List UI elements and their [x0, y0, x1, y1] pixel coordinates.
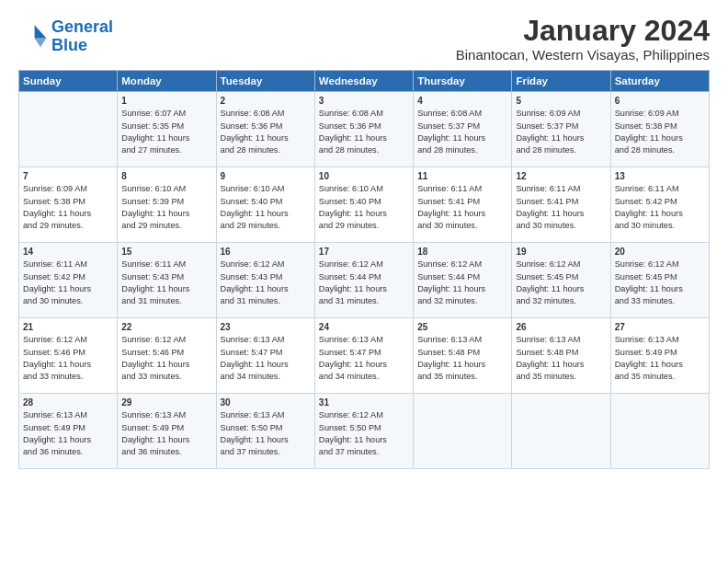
- cell-sun-info: Sunrise: 6:13 AM Sunset: 5:49 PM Dayligh…: [121, 409, 211, 458]
- cell-sun-info: Sunrise: 6:09 AM Sunset: 5:38 PM Dayligh…: [615, 108, 705, 156]
- calendar-table: SundayMondayTuesdayWednesdayThursdayFrid…: [18, 70, 710, 469]
- day-number: 14: [23, 247, 113, 257]
- cell-sun-info: Sunrise: 6:12 AM Sunset: 5:44 PM Dayligh…: [319, 259, 409, 307]
- day-number: 1: [121, 96, 211, 106]
- weekday-header-saturday: Saturday: [610, 71, 709, 92]
- cell-sun-info: Sunrise: 6:12 AM Sunset: 5:45 PM Dayligh…: [615, 259, 705, 307]
- calendar-cell: 18Sunrise: 6:12 AM Sunset: 5:44 PM Dayli…: [414, 243, 512, 318]
- week-row-5: 28Sunrise: 6:13 AM Sunset: 5:49 PM Dayli…: [19, 394, 710, 469]
- day-number: 6: [615, 96, 705, 106]
- calendar-body: 1Sunrise: 6:07 AM Sunset: 5:35 PM Daylig…: [19, 92, 710, 469]
- weekday-header-sunday: Sunday: [19, 71, 118, 92]
- page: General Blue January 2024 Binantocan, We…: [0, 0, 728, 563]
- cell-sun-info: Sunrise: 6:08 AM Sunset: 5:36 PM Dayligh…: [319, 108, 409, 156]
- svg-marker-1: [35, 38, 47, 47]
- cell-sun-info: Sunrise: 6:13 AM Sunset: 5:48 PM Dayligh…: [417, 334, 507, 383]
- day-number: 27: [615, 322, 705, 332]
- cell-sun-info: Sunrise: 6:12 AM Sunset: 5:46 PM Dayligh…: [23, 334, 113, 383]
- week-row-1: 1Sunrise: 6:07 AM Sunset: 5:35 PM Daylig…: [19, 92, 710, 167]
- day-number: 19: [516, 247, 606, 257]
- weekday-header-thursday: Thursday: [414, 71, 512, 92]
- cell-sun-info: Sunrise: 6:12 AM Sunset: 5:43 PM Dayligh…: [221, 259, 311, 307]
- main-title: January 2024: [456, 15, 710, 47]
- cell-sun-info: Sunrise: 6:13 AM Sunset: 5:49 PM Dayligh…: [23, 409, 113, 458]
- day-number: 20: [615, 247, 705, 257]
- day-number: 31: [319, 397, 409, 408]
- svg-marker-0: [35, 25, 47, 38]
- cell-sun-info: Sunrise: 6:12 AM Sunset: 5:46 PM Dayligh…: [121, 334, 211, 383]
- day-number: 5: [516, 96, 606, 106]
- day-number: 17: [319, 247, 409, 257]
- cell-sun-info: Sunrise: 6:09 AM Sunset: 5:37 PM Dayligh…: [516, 108, 606, 156]
- calendar-cell: 26Sunrise: 6:13 AM Sunset: 5:48 PM Dayli…: [512, 318, 610, 394]
- calendar-cell: 1Sunrise: 6:07 AM Sunset: 5:35 PM Daylig…: [118, 92, 216, 167]
- cell-sun-info: Sunrise: 6:13 AM Sunset: 5:50 PM Dayligh…: [221, 409, 311, 458]
- logo-icon: [18, 22, 48, 52]
- calendar-cell: 8Sunrise: 6:10 AM Sunset: 5:39 PM Daylig…: [118, 167, 216, 243]
- title-block: January 2024 Binantocan, Western Visayas…: [456, 15, 710, 63]
- day-number: 25: [417, 322, 507, 332]
- cell-sun-info: Sunrise: 6:13 AM Sunset: 5:49 PM Dayligh…: [615, 334, 705, 383]
- calendar-cell: 4Sunrise: 6:08 AM Sunset: 5:37 PM Daylig…: [414, 92, 512, 167]
- cell-sun-info: Sunrise: 6:13 AM Sunset: 5:48 PM Dayligh…: [516, 334, 606, 383]
- calendar-cell: [414, 394, 512, 469]
- week-row-2: 7Sunrise: 6:09 AM Sunset: 5:38 PM Daylig…: [19, 167, 710, 243]
- calendar-cell: 7Sunrise: 6:09 AM Sunset: 5:38 PM Daylig…: [19, 167, 118, 243]
- day-number: 18: [417, 247, 507, 257]
- calendar-cell: 2Sunrise: 6:08 AM Sunset: 5:36 PM Daylig…: [216, 92, 314, 167]
- cell-sun-info: Sunrise: 6:10 AM Sunset: 5:40 PM Dayligh…: [319, 183, 409, 232]
- day-number: 8: [121, 171, 211, 181]
- day-number: 7: [23, 171, 113, 181]
- day-number: 23: [221, 322, 311, 332]
- cell-sun-info: Sunrise: 6:07 AM Sunset: 5:35 PM Dayligh…: [121, 108, 211, 156]
- calendar-cell: 5Sunrise: 6:09 AM Sunset: 5:37 PM Daylig…: [512, 92, 610, 167]
- cell-sun-info: Sunrise: 6:11 AM Sunset: 5:41 PM Dayligh…: [417, 183, 507, 232]
- header: General Blue January 2024 Binantocan, We…: [18, 15, 710, 63]
- cell-sun-info: Sunrise: 6:09 AM Sunset: 5:38 PM Dayligh…: [23, 183, 113, 232]
- calendar-cell: [19, 92, 118, 167]
- day-number: 2: [221, 96, 311, 106]
- day-number: 10: [319, 171, 409, 181]
- calendar-cell: 9Sunrise: 6:10 AM Sunset: 5:40 PM Daylig…: [216, 167, 314, 243]
- calendar-cell: 23Sunrise: 6:13 AM Sunset: 5:47 PM Dayli…: [216, 318, 314, 394]
- cell-sun-info: Sunrise: 6:11 AM Sunset: 5:43 PM Dayligh…: [121, 259, 211, 307]
- calendar-cell: 27Sunrise: 6:13 AM Sunset: 5:49 PM Dayli…: [610, 318, 709, 394]
- week-row-4: 21Sunrise: 6:12 AM Sunset: 5:46 PM Dayli…: [19, 318, 710, 394]
- calendar-cell: 12Sunrise: 6:11 AM Sunset: 5:41 PM Dayli…: [512, 167, 610, 243]
- calendar-cell: [512, 394, 610, 469]
- calendar-cell: 28Sunrise: 6:13 AM Sunset: 5:49 PM Dayli…: [19, 394, 118, 469]
- logo-line2: Blue: [51, 36, 87, 54]
- subtitle: Binantocan, Western Visayas, Philippines: [456, 47, 710, 63]
- weekday-header-friday: Friday: [512, 71, 610, 92]
- day-number: 4: [417, 96, 507, 106]
- cell-sun-info: Sunrise: 6:12 AM Sunset: 5:44 PM Dayligh…: [417, 259, 507, 307]
- cell-sun-info: Sunrise: 6:11 AM Sunset: 5:42 PM Dayligh…: [615, 183, 705, 232]
- day-number: 16: [221, 247, 311, 257]
- calendar-header: SundayMondayTuesdayWednesdayThursdayFrid…: [19, 71, 710, 92]
- day-number: 15: [121, 247, 211, 257]
- calendar-cell: 25Sunrise: 6:13 AM Sunset: 5:48 PM Dayli…: [414, 318, 512, 394]
- day-number: 3: [319, 96, 409, 106]
- day-number: 26: [516, 322, 606, 332]
- cell-sun-info: Sunrise: 6:11 AM Sunset: 5:42 PM Dayligh…: [23, 259, 113, 307]
- logo-text: General Blue: [51, 18, 113, 55]
- day-number: 13: [615, 171, 705, 181]
- cell-sun-info: Sunrise: 6:12 AM Sunset: 5:50 PM Dayligh…: [319, 409, 409, 458]
- weekday-header-monday: Monday: [118, 71, 216, 92]
- cell-sun-info: Sunrise: 6:08 AM Sunset: 5:37 PM Dayligh…: [417, 108, 507, 156]
- calendar-cell: 30Sunrise: 6:13 AM Sunset: 5:50 PM Dayli…: [216, 394, 314, 469]
- calendar-cell: 21Sunrise: 6:12 AM Sunset: 5:46 PM Dayli…: [19, 318, 118, 394]
- calendar-cell: 24Sunrise: 6:13 AM Sunset: 5:47 PM Dayli…: [314, 318, 413, 394]
- calendar-cell: 19Sunrise: 6:12 AM Sunset: 5:45 PM Dayli…: [512, 243, 610, 318]
- day-number: 29: [121, 397, 211, 408]
- calendar-cell: 31Sunrise: 6:12 AM Sunset: 5:50 PM Dayli…: [314, 394, 413, 469]
- calendar-cell: 11Sunrise: 6:11 AM Sunset: 5:41 PM Dayli…: [414, 167, 512, 243]
- logo: General Blue: [18, 18, 113, 55]
- week-row-3: 14Sunrise: 6:11 AM Sunset: 5:42 PM Dayli…: [19, 243, 710, 318]
- day-number: 30: [221, 397, 311, 408]
- calendar-cell: 17Sunrise: 6:12 AM Sunset: 5:44 PM Dayli…: [314, 243, 413, 318]
- calendar-cell: 10Sunrise: 6:10 AM Sunset: 5:40 PM Dayli…: [314, 167, 413, 243]
- day-number: 24: [319, 322, 409, 332]
- cell-sun-info: Sunrise: 6:10 AM Sunset: 5:39 PM Dayligh…: [121, 183, 211, 232]
- weekday-header-wednesday: Wednesday: [314, 71, 413, 92]
